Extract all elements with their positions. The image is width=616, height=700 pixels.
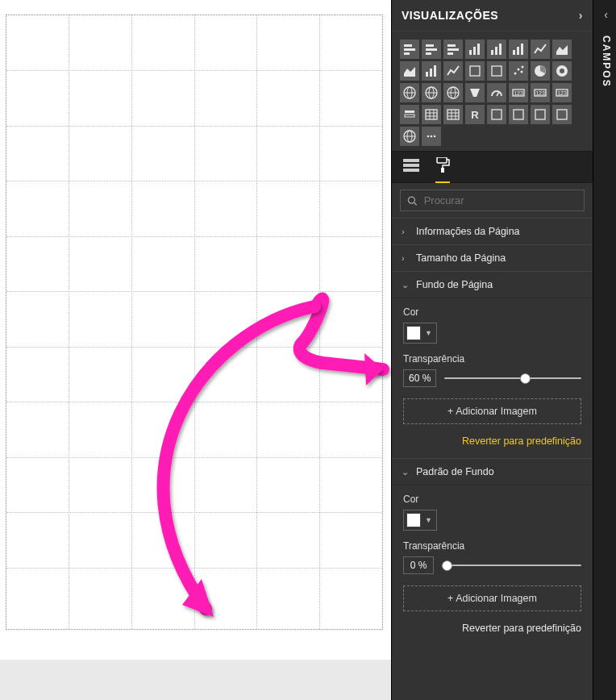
viz-icon-decomposition[interactable] [531,105,550,124]
svg-point-79 [408,197,414,203]
viz-icon-table[interactable] [422,105,441,124]
format-search-input[interactable] [424,194,577,206]
svg-point-33 [560,69,564,73]
page-bg-revert-link[interactable]: Reverter para predefinição [403,424,581,447]
section-page-background-header[interactable]: ⌄ Fundo de Página [392,272,593,298]
page-bg-transparency-slider[interactable] [444,377,581,379]
viz-icon-qna[interactable] [552,105,572,124]
viz-icon-line[interactable] [531,40,550,59]
svg-rect-23 [430,69,432,77]
viz-icon-pie[interactable] [531,61,550,81]
viz-icon-matrix[interactable] [443,105,463,124]
chevron-right-icon: › [402,227,410,236]
svg-rect-64 [492,110,502,119]
caret-down-icon: ▼ [425,516,432,524]
wallpaper-transparency-slider[interactable] [442,565,581,566]
report-page[interactable] [6,15,383,630]
page-bg-transparency-value[interactable]: 60 % [403,369,436,387]
wallpaper-revert-link[interactable]: Reverter para predefinição [403,611,581,634]
svg-marker-20 [556,45,568,55]
viz-icon-funnel[interactable] [465,83,485,102]
viz-icon-stacked-column-100[interactable] [509,40,528,59]
viz-icon-kpi[interactable]: 123 [552,83,572,102]
svg-rect-10 [447,52,453,55]
viz-icon-arc-gis[interactable] [400,127,419,146]
viz-icon-line-clustered[interactable] [422,61,441,81]
viz-icon-stacked-column[interactable] [487,40,506,59]
svg-rect-3 [404,48,415,51]
svg-rect-66 [535,110,545,119]
report-canvas-area[interactable] [0,0,391,700]
svg-rect-26 [492,66,502,76]
svg-rect-75 [403,164,419,167]
svg-rect-77 [437,157,447,163]
wallpaper-transparency-value[interactable]: 0 % [403,556,434,574]
svg-rect-18 [517,47,519,55]
viz-icon-gauge[interactable] [487,83,506,102]
viz-icon-clustered-column[interactable] [465,40,485,59]
svg-point-30 [522,66,524,69]
svg-rect-19 [521,44,523,55]
tab-format[interactable] [435,157,450,183]
viz-icon-donut[interactable] [552,61,572,81]
transparency-label: Transparência [403,540,581,552]
color-chip [406,326,421,340]
tab-fields[interactable] [403,159,419,181]
chevron-right-icon: › [402,253,410,263]
visualizations-panel: VISUALIZAÇÕES › 123123123R [391,0,593,700]
section-page-info-label: Informações da Página [416,226,520,237]
section-page-size-header[interactable]: › Tamanho da Página [392,245,593,271]
paint-roller-icon [435,157,450,173]
chevron-right-icon[interactable]: › [579,9,583,22]
section-page-info-header[interactable]: › Informações da Página [392,219,593,244]
fields-panel-collapsed[interactable]: ‹ CAMPOS [593,0,616,700]
viz-icon-stacked-area[interactable] [400,61,419,81]
transparency-label: Transparência [403,353,581,365]
svg-rect-76 [403,169,419,172]
svg-text:123: 123 [514,90,523,96]
svg-rect-15 [495,47,497,55]
wallpaper-transparency-row: 0 % [403,556,581,574]
viz-icon-python-visual[interactable] [487,105,506,124]
format-search-box[interactable] [400,190,585,211]
svg-point-28 [518,69,520,71]
svg-rect-22 [426,72,428,77]
viz-icon-area[interactable] [552,40,572,59]
viz-icon-card[interactable]: 123 [509,83,528,102]
viz-icon-slicer[interactable] [400,105,419,124]
viz-icon-line-stacked[interactable] [443,61,463,81]
section-page-info: › Informações da Página [392,218,593,244]
viz-icon-waterfall[interactable] [487,61,506,81]
viz-icon-scatter[interactable] [509,61,528,81]
svg-rect-13 [477,44,480,55]
viz-icon-stacked-bar[interactable] [400,40,419,59]
section-wallpaper-header[interactable]: ⌄ Padrão de Fundo [392,459,593,485]
svg-rect-51 [405,110,414,113]
wallpaper-add-image-button[interactable]: + Adicionar Imagem [403,585,581,611]
viz-icon-ribbon[interactable] [465,61,485,81]
viz-icon-treemap[interactable] [400,83,419,102]
svg-rect-58 [447,110,459,119]
viz-icon-clustered-bar[interactable] [422,40,441,59]
viz-icon-map[interactable] [422,83,441,102]
svg-rect-12 [473,47,476,55]
svg-text:R: R [471,109,479,121]
svg-rect-53 [426,110,437,119]
viz-icon-stacked-bar-100[interactable] [443,40,463,59]
chevron-left-icon[interactable]: ‹ [604,8,608,21]
visualizations-panel-title: VISUALIZAÇÕES [402,9,498,22]
viz-icon-more[interactable] [422,127,441,146]
svg-rect-2 [404,44,412,47]
viz-icon-r-visual[interactable]: R [465,105,485,124]
viz-icon-key-influencers[interactable] [509,105,528,124]
svg-line-80 [414,202,417,205]
viz-icon-filled-map[interactable] [443,83,463,102]
visualizations-panel-header[interactable]: VISUALIZAÇÕES › [392,0,593,31]
section-wallpaper: ⌄ Padrão de Fundo Cor ▼ Transparência 0 … [392,458,593,645]
svg-rect-25 [470,66,480,76]
viz-icon-multi-row-card[interactable]: 123 [531,83,550,102]
page-bg-color-picker[interactable]: ▼ [403,323,437,344]
page-bg-add-image-button[interactable]: + Adicionar Imagem [403,398,581,424]
section-wallpaper-label: Padrão de Fundo [416,466,494,477]
wallpaper-color-picker[interactable]: ▼ [403,510,437,531]
